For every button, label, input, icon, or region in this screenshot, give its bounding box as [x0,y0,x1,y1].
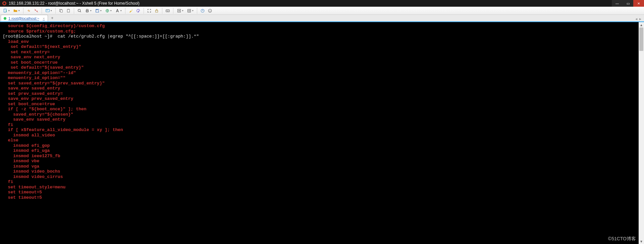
output-line: set next_entry= [3,50,641,55]
svg-rect-3 [46,9,50,12]
output-line: save_env next_entry [3,55,641,60]
toolbar-separator [144,8,144,14]
toolbar-separator [42,8,42,14]
output-line: set prev_saved_entry= [3,91,641,97]
link-icon[interactable] [26,8,32,14]
disconnect-icon[interactable] [33,8,39,14]
output-line: if [ x$feature_all_video_module = xy ]; … [3,127,641,133]
output-line: set timeout=5 [3,190,641,195]
tab-next-button[interactable]: ► [639,17,642,21]
minimize-button[interactable]: — [612,0,623,7]
tab-label: 1 root@localhost:~ [8,16,39,20]
window-title: 192.168.238.131:22 - root@localhost:~ - … [9,1,140,6]
palette-icon[interactable] [135,8,141,14]
help-icon[interactable] [200,8,206,14]
tabbar: 1 root@localhost:~ × + ◄ ► [0,15,644,22]
copy-icon[interactable] [58,8,64,14]
scrollbar-track[interactable] [639,27,644,239]
output-line: set boot_once=true [3,60,641,65]
output-line: insmod video_cirrus [3,174,641,180]
font-icon[interactable] [114,8,123,14]
output-line: menuentry_id_option="--id" [3,70,641,76]
svg-rect-7 [67,9,70,12]
toolbar-separator [162,8,162,14]
highlight-icon[interactable] [128,8,134,14]
terminal-pane[interactable]: source ${config_directory}/custom.cfg so… [0,22,644,244]
output-line: set boot_once=true [3,102,641,107]
save-icon[interactable] [94,8,103,14]
output-line: source $prefix/custom.cfg; [3,29,641,34]
svg-rect-17 [166,10,170,12]
scroll-down-button[interactable]: ▼ [639,239,644,244]
open-folder-icon[interactable] [12,8,21,14]
properties-icon[interactable] [44,8,53,14]
titlebar: 192.168.238.131:22 - root@localhost:~ - … [0,0,644,7]
toolbar-separator [173,8,173,14]
svg-point-9 [78,9,80,12]
output-line: insmod all_video [3,133,641,138]
find-icon[interactable] [76,8,83,14]
prompt-line: [root@localhost ~]# cat /etc/grub2.cfg |… [3,34,641,39]
output-line: load_env [3,39,641,45]
toolbar-separator [197,8,197,14]
tab-close-icon[interactable]: × [43,16,45,20]
svg-rect-4 [47,10,48,10]
svg-rect-6 [60,10,62,12]
output-line: insmod vbe [3,159,641,164]
output-line: set timeout=5 [3,195,641,200]
fullscreen-icon[interactable] [146,8,152,14]
output-line: if [ -z "${boot_once}" ]; then [3,107,641,112]
add-panel-icon[interactable] [176,8,184,14]
output-line: fi [3,179,641,185]
svg-rect-12 [86,11,88,12]
output-line: else [3,138,641,143]
output-line: menuentry_id_option="" [3,75,641,81]
keyboard-icon[interactable] [165,8,171,14]
toolbar-separator [55,8,56,14]
svg-rect-14 [96,9,98,10]
session-tab[interactable]: 1 root@localhost:~ × [1,15,48,21]
print-icon[interactable] [84,8,93,14]
svg-rect-11 [86,9,88,11]
output-line: set default="${saved_entry}" [3,65,641,70]
maximize-button[interactable]: ▭ [623,0,633,7]
info-icon[interactable] [207,8,213,14]
output-line: insmod video_bochs [3,169,641,174]
output-line: insmod efi_gop [3,143,641,148]
output-line: save_env saved_entry [3,86,641,91]
globe-icon[interactable] [104,8,113,14]
window-controls: — ▭ ✕ [612,0,644,7]
output-line: save_env prev_saved_entry [3,96,641,102]
scroll-up-button[interactable]: ▲ [639,22,644,27]
new-tab-button[interactable]: + [49,15,55,21]
svg-rect-16 [156,10,158,12]
vertical-scrollbar[interactable]: ▲ ▼ [639,22,644,244]
toolbar [0,7,644,15]
toolbar-separator [23,8,23,14]
tab-nav: ◄ ► [635,17,642,21]
output-line: save_env saved_entry [3,117,641,122]
output-line: insmod ieee1275_fb [3,154,641,159]
scrollbar-thumb[interactable] [639,27,643,51]
svg-rect-8 [68,9,69,10]
connection-status-icon [4,17,6,20]
layout-icon[interactable] [186,8,195,14]
watermark: ©51CTO博客 [608,236,636,242]
output-line: fi [3,122,641,128]
close-button[interactable]: ✕ [633,0,644,7]
new-session-icon[interactable] [2,8,11,14]
lock-icon[interactable] [154,8,160,14]
output-line: set default="${next_entry}" [3,44,641,50]
output-line: set saved_entry="${prev_saved_entry}" [3,81,641,86]
output-line: insmod efi_uga [3,148,641,154]
output-line: set timeout_style=menu [3,185,641,190]
paste-icon[interactable] [65,8,71,14]
toolbar-separator [74,8,74,14]
tab-prev-button[interactable]: ◄ [635,17,638,21]
output-line: source ${config_directory}/custom.cfg [3,23,641,29]
svg-rect-2 [4,9,6,12]
toolbar-separator [125,8,125,14]
svg-rect-1 [3,2,5,4]
output-line: saved_entry="${chosen}" [3,112,641,117]
output-line: insmod vga [3,164,641,169]
